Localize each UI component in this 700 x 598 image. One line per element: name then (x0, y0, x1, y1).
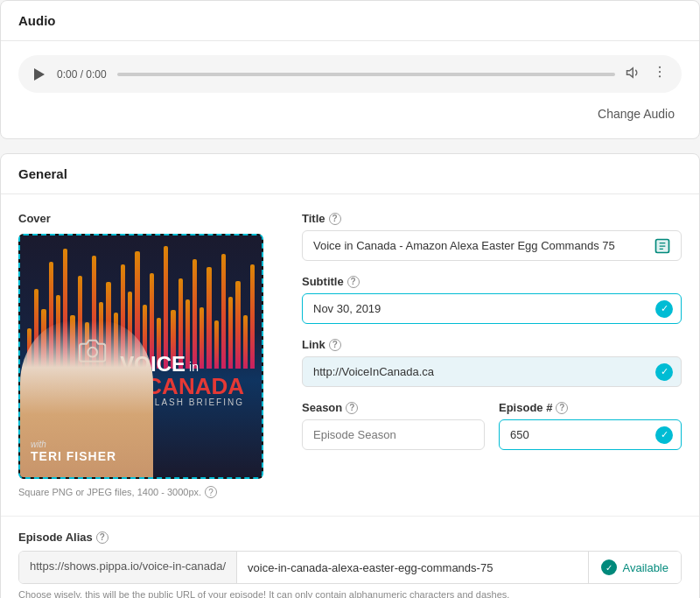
name-text: TERI FISHER (31, 449, 116, 463)
subtitle-input-wrapper: ✓ (302, 293, 682, 324)
alias-check-icon: ✓ (601, 559, 617, 575)
general-section-body: Cover (1, 194, 699, 516)
svg-point-2 (659, 71, 661, 73)
link-help-icon[interactable]: ? (329, 339, 341, 351)
page-wrapper: Audio 0:00 / 0:00 (0, 0, 700, 598)
title-label: Title ? (302, 212, 682, 225)
with-text: with (31, 440, 116, 449)
svg-marker-0 (627, 67, 634, 77)
cover-help-icon[interactable]: ? (205, 486, 217, 498)
alias-available-badge: ✓ Available (588, 552, 681, 583)
cover-with-name: with TERI FISHER (31, 440, 116, 463)
time-display: 0:00 / 0:00 (57, 68, 107, 81)
season-field-group: Season ? (302, 401, 485, 450)
cover-caption: Square PNG or JPEG files, 1400 - 3000px.… (18, 486, 281, 498)
link-check-icon: ✓ (655, 363, 673, 381)
play-button[interactable] (32, 67, 46, 81)
link-input-wrapper: ✓ (302, 356, 682, 387)
progress-bar[interactable] (117, 73, 615, 76)
episode-label: Episode # ? (499, 401, 682, 414)
play-icon (34, 68, 45, 81)
season-input[interactable] (302, 419, 485, 450)
audio-player: 0:00 / 0:00 (18, 55, 682, 93)
svg-point-1 (659, 67, 661, 68)
season-help-icon[interactable]: ? (346, 402, 358, 414)
more-options-icon[interactable] (652, 64, 668, 84)
subtitle-field-group: Subtitle ? ✓ (302, 275, 682, 324)
episode-check-icon: ✓ (655, 426, 673, 444)
alias-help-icon[interactable]: ? (96, 531, 108, 544)
volume-icon[interactable] (626, 65, 641, 84)
logo-canada: CANADA (145, 375, 244, 397)
subtitle-help-icon[interactable]: ? (347, 276, 360, 288)
title-field-icon (652, 236, 673, 257)
audio-section-body: 0:00 / 0:00 Change Audio (1, 41, 699, 138)
link-field-group: Link ? ✓ (302, 338, 682, 387)
episode-field-group: Episode # ? ✓ (499, 401, 682, 450)
season-label: Season ? (302, 401, 485, 414)
cover-column: Cover (18, 212, 281, 498)
alias-input-row: https://shows.pippa.io/voice-in-canada/ … (18, 551, 682, 584)
title-field-group: Title ? (302, 212, 682, 261)
episode-input-wrapper: ✓ (499, 419, 682, 450)
change-audio-wrapper: Change Audio (18, 103, 682, 124)
logo-in: in (189, 360, 199, 374)
episode-alias-section: Episode Alias ? https://shows.pippa.io/v… (1, 516, 699, 598)
cover-caption-text: Square PNG or JPEG files, 1400 - 3000px. (18, 487, 201, 497)
general-section-card: General Cover (0, 153, 700, 598)
cover-label: Cover (18, 212, 281, 225)
alias-label: Episode Alias ? (18, 531, 682, 544)
title-input-wrapper (302, 230, 682, 261)
subtitle-input[interactable] (302, 293, 682, 324)
alias-hint: Choose wisely, this will be the public U… (18, 589, 682, 598)
general-section-header: General (1, 154, 699, 194)
episode-input[interactable] (499, 419, 682, 450)
subtitle-label: Subtitle ? (302, 275, 682, 288)
link-label: Link ? (302, 338, 682, 351)
alias-available-label: Available (622, 561, 668, 574)
subtitle-check-icon: ✓ (655, 300, 673, 318)
title-input[interactable] (302, 230, 682, 261)
season-input-wrapper (302, 419, 485, 450)
svg-point-3 (659, 75, 661, 77)
form-column: Title ? (302, 212, 682, 498)
audio-section-card: Audio 0:00 / 0:00 (0, 0, 700, 139)
alias-prefix: https://shows.pippa.io/voice-in-canada/ (19, 552, 237, 583)
alias-input[interactable] (237, 552, 588, 583)
cover-image-wrapper[interactable]: No ImageDefault show artwork VOICE in 🍁 (18, 234, 263, 479)
season-episode-row: Season ? Episode # ? (302, 401, 682, 464)
link-input[interactable] (302, 356, 682, 387)
cover-image-inner: No ImageDefault show artwork VOICE in 🍁 (20, 236, 262, 477)
title-help-icon[interactable]: ? (329, 213, 341, 225)
audio-section-header: Audio (1, 1, 699, 41)
episode-help-icon[interactable]: ? (556, 402, 568, 414)
general-grid: Cover (18, 212, 682, 498)
change-audio-button[interactable]: Change Audio (591, 103, 682, 124)
